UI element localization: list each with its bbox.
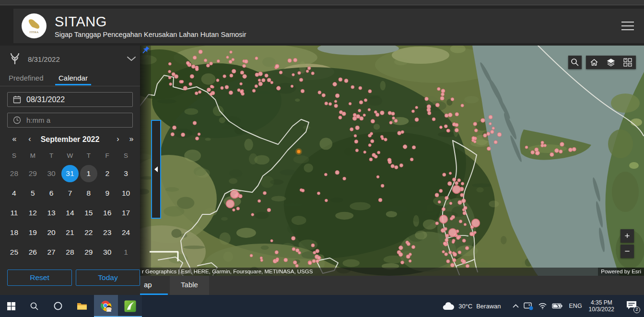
taskbar-clock[interactable]: 4:35 PM 10/3/2022 [589,299,614,313]
weekday-label: F [98,152,117,159]
search-icon [30,302,39,311]
calendar-day[interactable]: 16 [99,204,116,222]
calendar-day[interactable]: 31 [61,165,79,182]
calendar-day[interactable]: 19 [24,224,41,241]
cortana-button[interactable] [46,295,70,317]
calendar-day[interactable]: 8 [80,185,97,202]
calendar-day[interactable]: 11 [5,204,23,222]
selected-date-summary: 8/31/2022 [28,55,60,63]
calendar-day[interactable]: 17 [117,204,135,222]
next-year-button[interactable]: » [127,135,136,143]
today-button[interactable]: Today [76,270,140,286]
calendar-day[interactable]: 30 [99,244,116,261]
panel-header[interactable]: 8/31/2022 [0,50,140,67]
panel-collapse-handle[interactable] [151,120,161,219]
clock-date: 10/3/2022 [589,306,614,313]
title-block: SITANG Sigap Tanggap Pencegahan Kerusaka… [55,14,246,38]
next-month-button[interactable]: › [113,135,123,143]
pin-icon[interactable] [141,46,151,58]
weekday-label: T [79,152,98,159]
calendar-day[interactable]: 21 [61,224,79,241]
calendar-day[interactable]: 10 [117,185,135,202]
clock-time: 4:35 PM [589,299,614,306]
calendar-day[interactable]: 4 [5,185,23,202]
calendar-day[interactable]: 3 [117,165,135,182]
windows-taskbar: 30°C Berawan [0,295,644,317]
home-button[interactable] [588,57,600,68]
zoom-in-button[interactable]: + [621,229,634,243]
weekday-header: SMTWTFS [5,152,135,159]
chrome-button[interactable] [94,295,118,317]
time-input[interactable] [26,116,117,125]
calendar-day[interactable]: 12 [24,204,41,222]
basemap-button[interactable] [622,57,633,68]
app-tagline: Sigap Tanggap Pencegahan Kerusakan Lahan… [55,31,246,38]
calendar-day[interactable]: 22 [80,224,97,241]
menu-icon[interactable] [621,22,634,30]
panel-tabs: Predefined Calendar [0,73,140,86]
logo-text: ITERA [29,30,38,34]
calendar-day[interactable]: 26 [24,244,41,261]
bottom-tabbar: ap Table [140,276,644,295]
calendar-day[interactable]: 25 [5,244,23,261]
time-field[interactable] [7,113,133,128]
language-indicator[interactable]: ENG [569,303,582,309]
search-icon [571,58,579,67]
wifi-icon[interactable] [538,303,547,309]
map-attribution: r Geographics | Esri, HERE, Garmin, Four… [140,268,644,276]
app-title: SITANG [55,14,246,29]
calendar-day[interactable]: 6 [43,185,60,202]
map-area: + − r Geographics | Esri, HERE, Garmin, … [140,46,644,276]
taskbar-search-button[interactable] [22,295,46,317]
action-center-button[interactable]: 2 [626,300,638,312]
calendar-day[interactable]: 9 [99,185,116,202]
calendar-day[interactable]: 2 [99,165,116,182]
weekday-label: T [42,152,61,159]
start-button[interactable] [0,295,22,317]
weekday-label: M [23,152,42,159]
calendar-day[interactable]: 29 [24,165,41,182]
battery-icon[interactable] [552,303,562,309]
chevron-down-icon[interactable] [126,55,137,64]
map-canvas[interactable] [140,46,644,276]
calendar-day[interactable]: 23 [99,224,116,241]
tab-predefined[interactable]: Predefined [9,74,44,82]
powered-by-esri: Powered by Esri [598,268,644,276]
taskbar-weather[interactable]: 30°C Berawan [442,302,501,310]
taskbar-apps [0,295,142,317]
display-status-icon[interactable] [524,302,533,310]
calendar-day[interactable]: 14 [61,204,79,222]
calendar-day[interactable]: 29 [80,244,97,261]
tab-map[interactable]: ap [140,276,168,295]
tab-calendar[interactable]: Calendar [59,74,88,82]
reset-button[interactable]: Reset [7,270,72,286]
calendar-day[interactable]: 18 [5,224,23,241]
layers-button[interactable] [605,57,617,68]
tray-expand-chevron-icon[interactable] [513,304,519,308]
calendar-day[interactable]: 1 [117,244,135,261]
tab-table[interactable]: Table [170,276,209,295]
calendar-day[interactable]: 15 [80,204,97,222]
attribution-text: r Geographics | Esri, HERE, Garmin, Four… [142,269,313,274]
calendar-day[interactable]: 28 [61,244,79,261]
home-icon [590,58,598,67]
folder-icon [77,302,87,310]
calendar-day[interactable]: 20 [43,224,60,241]
coreldraw-button[interactable] [118,295,142,317]
cortana-icon [53,301,63,311]
date-input[interactable] [26,95,117,104]
file-explorer-button[interactable] [70,295,94,317]
calendar-day[interactable]: 24 [117,224,135,241]
calendar-day[interactable]: 5 [24,185,41,202]
calendar-day[interactable]: 27 [43,244,60,261]
map-tool-group [586,56,636,69]
date-field[interactable] [7,92,133,107]
calendar-day[interactable]: 28 [5,165,23,182]
calendar-day[interactable]: 30 [43,165,60,182]
calendar-day[interactable]: 13 [43,204,60,222]
itera-logo: ITERA [22,13,47,38]
calendar-day[interactable]: 1 [80,165,97,182]
zoom-out-button[interactable]: − [621,245,634,258]
map-search-button[interactable] [568,56,582,69]
calendar-day[interactable]: 7 [61,185,79,202]
